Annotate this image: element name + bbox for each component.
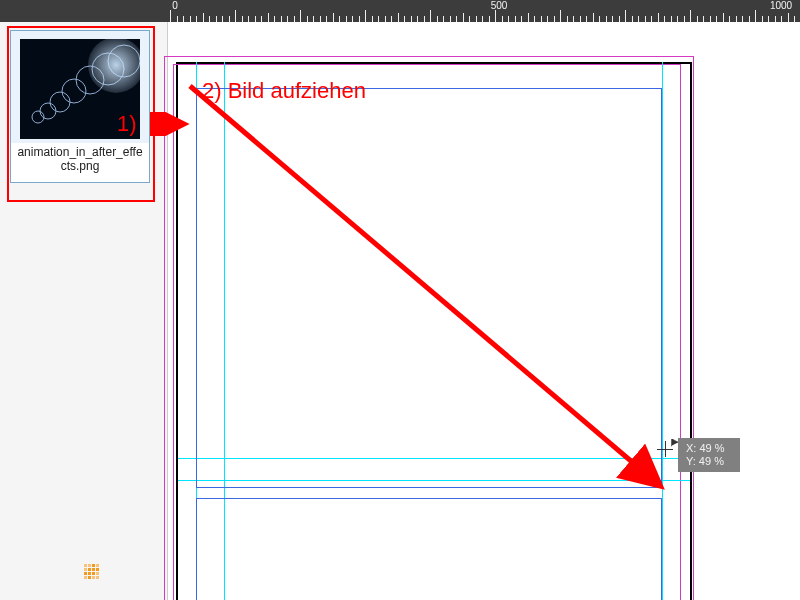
annotation-step2-label: 2) Bild aufziehen	[202, 78, 366, 104]
cursor-position-tooltip: X: 49 % Y: 49 %	[678, 438, 740, 472]
guide-vertical[interactable]	[662, 62, 663, 600]
asset-filename: animation_in_after_effects.png	[11, 143, 149, 182]
document-canvas[interactable]: 2) Bild aufziehen ⯈ X: 49 % Y: 49 %	[168, 22, 800, 600]
watermark-icon	[84, 564, 100, 580]
ruler-label: 0	[172, 0, 178, 11]
assets-panel: animation_in_after_effects.png	[0, 22, 168, 600]
ruler-horizontal[interactable]: 0 500 1000	[0, 0, 800, 22]
asset-item[interactable]: animation_in_after_effects.png	[10, 30, 150, 183]
annotation-step1-label: 1)	[117, 111, 137, 137]
ruler-label: 1000	[770, 0, 792, 11]
cursor-x-value: X: 49 %	[686, 442, 725, 454]
cursor-y-value: Y: 49 %	[686, 455, 724, 467]
ruler-label: 500	[491, 0, 508, 11]
image-frame[interactable]	[196, 498, 662, 600]
image-frame[interactable]	[196, 88, 662, 488]
